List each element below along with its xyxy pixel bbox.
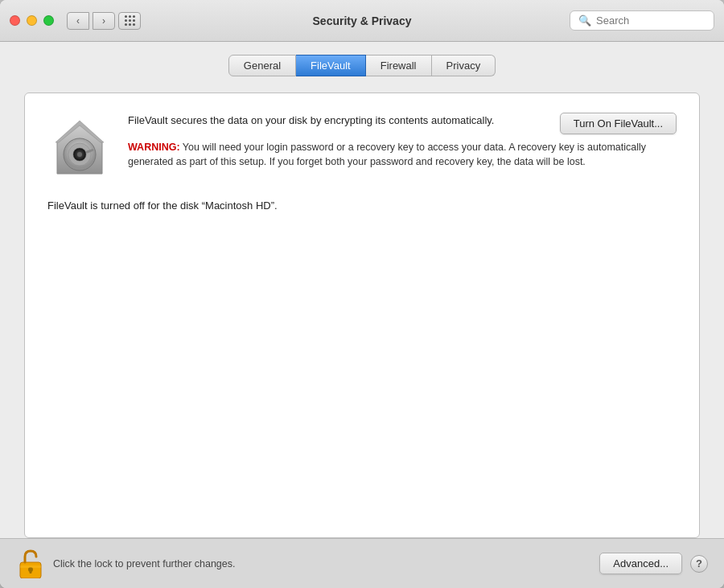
window-title: Security & Privacy bbox=[313, 14, 412, 27]
bottom-right: Advanced... ? bbox=[599, 553, 708, 574]
filevault-icon-area bbox=[47, 119, 112, 177]
titlebar: ‹ › Security & Privacy 🔍 bbox=[0, 0, 724, 42]
filevault-icon bbox=[51, 119, 109, 177]
back-button[interactable]: ‹ bbox=[67, 12, 89, 30]
svg-rect-10 bbox=[20, 565, 41, 568]
advanced-button[interactable]: Advanced... bbox=[599, 553, 682, 574]
search-input[interactable] bbox=[596, 14, 701, 27]
content-area: General FileVault Firewall Privacy bbox=[0, 42, 724, 538]
lock-icon[interactable] bbox=[16, 549, 45, 578]
tab-filevault[interactable]: FileVault bbox=[296, 55, 366, 76]
search-icon: 🔍 bbox=[578, 14, 591, 27]
lock-svg bbox=[19, 549, 43, 578]
close-button[interactable] bbox=[10, 15, 20, 26]
filevault-panel: FileVault secures the data on your disk … bbox=[24, 93, 700, 538]
tab-privacy[interactable]: Privacy bbox=[432, 55, 496, 76]
traffic-lights bbox=[10, 15, 54, 26]
nav-buttons: ‹ › bbox=[67, 12, 115, 30]
svg-point-5 bbox=[77, 152, 82, 157]
status-text: FileVault is turned off for the disk “Ma… bbox=[47, 199, 677, 212]
tab-firewall[interactable]: Firewall bbox=[366, 55, 432, 76]
forward-button[interactable]: › bbox=[93, 12, 115, 30]
help-button[interactable]: ? bbox=[690, 555, 708, 573]
lock-area: Click the lock to prevent further change… bbox=[16, 549, 236, 578]
maximize-button[interactable] bbox=[43, 15, 54, 26]
minimize-button[interactable] bbox=[27, 15, 37, 26]
tab-general[interactable]: General bbox=[228, 55, 296, 76]
grid-view-button[interactable] bbox=[118, 12, 141, 30]
main-window: ‹ › Security & Privacy 🔍 General FileVau… bbox=[0, 0, 724, 588]
warning-body: You will need your login password or a r… bbox=[128, 142, 646, 168]
tabs-bar: General FileVault Firewall Privacy bbox=[24, 55, 700, 76]
lock-label: Click the lock to prevent further change… bbox=[53, 558, 236, 569]
turn-on-filevault-button[interactable]: Turn On FileVault... bbox=[560, 113, 677, 134]
svg-rect-9 bbox=[30, 569, 32, 574]
bottom-bar: Click the lock to prevent further change… bbox=[0, 538, 724, 588]
panel-warning: WARNING: You will need your login passwo… bbox=[128, 140, 677, 171]
search-bar[interactable]: 🔍 bbox=[570, 10, 714, 31]
warning-label: WARNING: bbox=[128, 142, 180, 153]
